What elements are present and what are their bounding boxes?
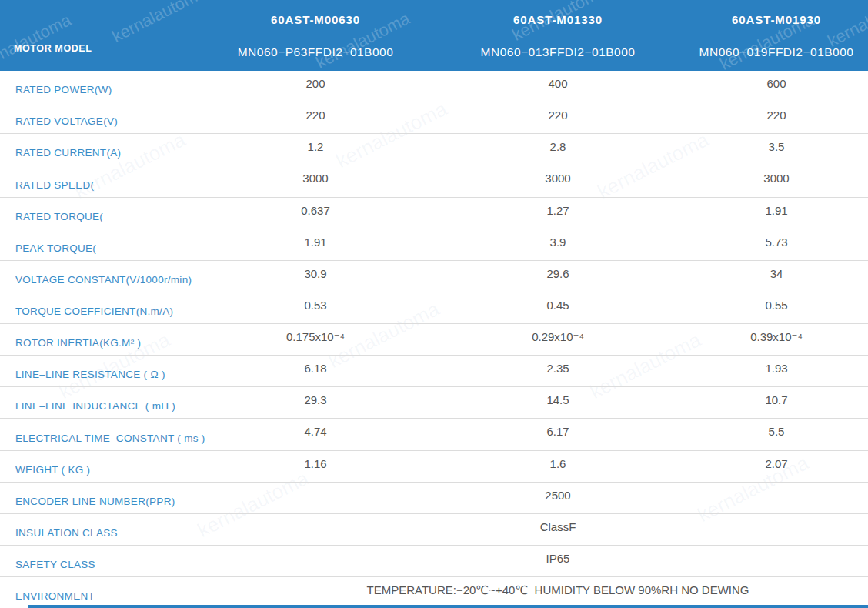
spec-value: 1.16 bbox=[200, 451, 431, 470]
spec-value: 3.5 bbox=[685, 134, 868, 153]
motor-model-label: MOTOR MODEL bbox=[14, 43, 92, 54]
row-label: LINE–LINE INDUCTANCE ( mH ) bbox=[15, 400, 175, 412]
table-header: kernalautoma kernalautoma kernalautoma k… bbox=[0, 0, 868, 71]
spec-value: 3000 bbox=[431, 165, 685, 185]
column-header-3: 60AST-M01930 MN060−019FFDI2−01B000 bbox=[685, 0, 868, 71]
motor-series-name: 60AST-M01330 bbox=[513, 13, 603, 27]
table-row-environment: ENVIRONMENT TEMPERATURE:−20℃~+40℃ HUMIDI… bbox=[0, 577, 868, 608]
spec-value: 2.35 bbox=[431, 356, 685, 375]
spec-value-shared: ClassF bbox=[431, 514, 685, 533]
spec-value: 10.7 bbox=[685, 387, 868, 406]
table-row-rated-current: RATED CURRENT(A) 1.2 2.8 3.5 bbox=[0, 134, 868, 165]
motor-series-name: 60AST-M00630 bbox=[271, 13, 360, 27]
table-row-safety-class: SAFETY CLASS IP65 bbox=[0, 546, 868, 577]
table-row-peak-torque: PEAK TORQUE( 1.91 3.9 5.73 bbox=[0, 229, 868, 261]
table-row-rated-speed: RATED SPEED( 3000 3000 3000 bbox=[0, 165, 868, 197]
spec-value: 1.2 bbox=[200, 134, 431, 153]
spec-value: 0.53 bbox=[200, 292, 431, 312]
row-label: INSULATION CLASS bbox=[15, 527, 118, 539]
table-row-electrical-time-constant: ELECTRICAL TIME–CONSTANT ( ms ) 4.74 6.1… bbox=[0, 419, 868, 450]
spec-value-shared: IP65 bbox=[431, 546, 685, 565]
row-label: VOLTAGE CONSTANT(V/1000r/min) bbox=[15, 274, 192, 286]
spec-value: 0.45 bbox=[431, 292, 685, 312]
spec-value: 1.91 bbox=[200, 229, 431, 249]
table-row-line-inductance: LINE–LINE INDUCTANCE ( mH ) 29.3 14.5 10… bbox=[0, 387, 868, 419]
spec-sheet-page: kernalautoma kernalautoma kernalautoma k… bbox=[0, 0, 868, 608]
spec-value: 0.29x10⁻⁴ bbox=[431, 324, 685, 344]
table-row-rated-voltage: RATED VOLTAGE(V) 220 220 220 bbox=[0, 102, 868, 134]
spec-value: 0.637 bbox=[200, 198, 431, 217]
spec-value: 0.55 bbox=[685, 292, 868, 312]
empty-cell bbox=[200, 483, 431, 489]
spec-table-body: RATED POWER(W) 200 400 600 RATED VOLTAGE… bbox=[0, 71, 868, 608]
table-row-line-resistance: LINE–LINE RESISTANCE ( Ω ) 6.18 2.35 1.9… bbox=[0, 356, 868, 387]
row-label: SAFETY CLASS bbox=[15, 559, 95, 570]
spec-value: 34 bbox=[685, 261, 868, 280]
row-label: ENVIRONMENT bbox=[15, 590, 95, 602]
motor-model-number: MN060−P63FFDI2−01B000 bbox=[238, 45, 394, 59]
empty-cell bbox=[685, 483, 868, 489]
spec-value: 30.9 bbox=[200, 261, 431, 280]
row-label: RATED CURRENT(A) bbox=[15, 147, 121, 159]
spec-value: 6.17 bbox=[431, 419, 685, 438]
spec-value: 1.91 bbox=[685, 198, 868, 217]
spec-value: 600 bbox=[685, 71, 868, 90]
column-header-2: 60AST-M01330 MN060−013FFDI2−01B000 bbox=[431, 0, 685, 71]
table-row-rotor-inertia: ROTOR INERTIA(KG.M² ) 0.175x10⁻⁴ 0.29x10… bbox=[0, 324, 868, 356]
row-label: LINE–LINE RESISTANCE ( Ω ) bbox=[15, 369, 165, 380]
row-label: RATED VOLTAGE(V) bbox=[15, 115, 118, 127]
table-row-rated-power: RATED POWER(W) 200 400 600 bbox=[0, 71, 868, 102]
spec-value: 2.8 bbox=[431, 134, 685, 153]
spec-value: 1.27 bbox=[431, 198, 685, 217]
row-label: RATED POWER(W) bbox=[15, 84, 112, 95]
motor-model-number: MN060−013FFDI2−01B000 bbox=[481, 45, 636, 59]
spec-value: 200 bbox=[200, 71, 431, 90]
table-row-torque-coefficient: TORQUE COEFFICIENT(N.m/A) 0.53 0.45 0.55 bbox=[0, 292, 868, 324]
empty-cell bbox=[200, 514, 431, 520]
column-header-1: 60AST-M00630 MN060−P63FFDI2−01B000 bbox=[200, 0, 431, 71]
row-label: ELECTRICAL TIME–CONSTANT ( ms ) bbox=[15, 433, 205, 444]
row-label: WEIGHT ( KG ) bbox=[15, 464, 90, 476]
spec-value: 3000 bbox=[200, 165, 431, 185]
spec-value: 3000 bbox=[685, 165, 868, 185]
motor-series-name: 60AST-M01930 bbox=[732, 13, 821, 27]
spec-value: 5.5 bbox=[685, 419, 868, 438]
row-label: ENCODER LINE NUMBER(PPR) bbox=[15, 496, 175, 507]
spec-value: 5.73 bbox=[685, 229, 868, 249]
spec-value: 2.07 bbox=[685, 451, 868, 470]
empty-cell bbox=[685, 546, 868, 552]
empty-cell bbox=[685, 577, 868, 583]
table-row-voltage-constant: VOLTAGE CONSTANT(V/1000r/min) 30.9 29.6 … bbox=[0, 261, 868, 292]
spec-value: 0.39x10⁻⁴ bbox=[685, 324, 868, 344]
spec-value: 1.6 bbox=[431, 451, 685, 470]
table-row-insulation-class: INSULATION CLASS ClassF bbox=[0, 514, 868, 546]
row-label: RATED SPEED( bbox=[15, 179, 94, 191]
spec-value: 0.175x10⁻⁴ bbox=[200, 324, 431, 344]
row-label: PEAK TORQUE( bbox=[15, 242, 96, 254]
spec-value: 220 bbox=[685, 102, 868, 122]
spec-value: 220 bbox=[431, 102, 685, 122]
motor-model-number: MN060−019FFDI2−01B000 bbox=[699, 45, 854, 59]
motor-model-header-cell: MOTOR MODEL bbox=[0, 0, 200, 71]
table-row-weight: WEIGHT ( KG ) 1.16 1.6 2.07 bbox=[0, 451, 868, 483]
row-label: ROTOR INERTIA(KG.M² ) bbox=[15, 337, 141, 349]
empty-cell bbox=[200, 577, 431, 583]
spec-value: 3.9 bbox=[431, 229, 685, 249]
table-row-rated-torque: RATED TORQUE( 0.637 1.27 1.91 bbox=[0, 198, 868, 229]
spec-value: 29.6 bbox=[431, 261, 685, 280]
spec-value: 4.74 bbox=[200, 419, 431, 438]
spec-value: 220 bbox=[200, 102, 431, 122]
spec-value: 400 bbox=[431, 71, 685, 90]
row-label: RATED TORQUE( bbox=[15, 211, 103, 222]
table-row-encoder-line-number: ENCODER LINE NUMBER(PPR) 2500 bbox=[0, 483, 868, 514]
next-section-header-edge bbox=[28, 605, 868, 608]
spec-value: 6.18 bbox=[200, 356, 431, 375]
empty-cell bbox=[685, 514, 868, 520]
spec-value-shared: TEMPERATURE:−20℃~+40℃ HUMIDITY BELOW 90%… bbox=[431, 577, 685, 597]
empty-cell bbox=[200, 546, 431, 552]
row-label: TORQUE COEFFICIENT(N.m/A) bbox=[15, 306, 173, 317]
spec-value: 29.3 bbox=[200, 387, 431, 406]
spec-value: 1.93 bbox=[685, 356, 868, 375]
spec-value-shared: 2500 bbox=[431, 483, 685, 502]
spec-value: 14.5 bbox=[431, 387, 685, 406]
